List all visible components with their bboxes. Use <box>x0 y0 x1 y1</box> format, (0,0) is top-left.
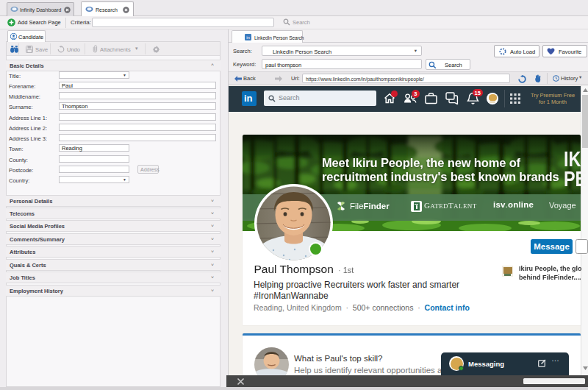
svg-text:in: in <box>246 35 250 40</box>
